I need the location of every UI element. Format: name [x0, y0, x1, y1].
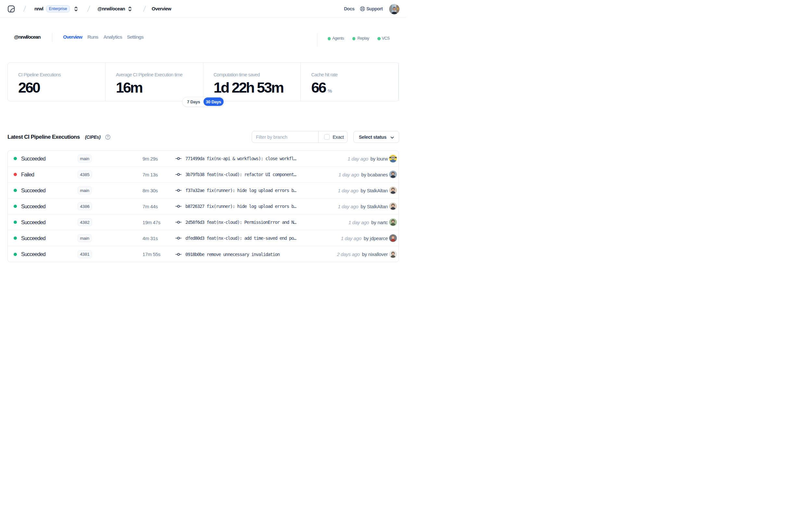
status-dot-icon	[14, 151, 17, 166]
execution-row[interactable]: Succeeded main 4m 31s dfed80d3 feat(nx-c…	[8, 230, 399, 246]
status-label: Failed	[21, 167, 34, 182]
status-dot-icon	[14, 214, 17, 230]
author-label: by bcabanes	[361, 172, 388, 177]
stat-value: 1d 22h 53m	[214, 80, 283, 95]
execution-meta: 2 days ago by nixallover	[337, 246, 388, 262]
duration-label: 8m 30s	[142, 183, 158, 198]
status-dot-icon	[14, 230, 17, 246]
commit-message[interactable]: 0918b0be remove unnecessary invalidation	[185, 246, 280, 262]
time-ago-label: 1 day ago	[349, 220, 369, 225]
stat-label: Computation time saved	[214, 72, 260, 77]
workspace-switcher-chevron-icon[interactable]	[128, 0, 132, 17]
breadcrumb-separator-icon	[87, 0, 90, 17]
duration-label: 19m 47s	[142, 214, 160, 230]
exact-checkbox[interactable]	[324, 134, 330, 140]
service-agents[interactable]: Agents	[332, 29, 344, 47]
branch-badge: 4385	[78, 167, 92, 182]
commit-message[interactable]: 771499da fix(nx-api & workflows): close …	[185, 151, 296, 166]
docs-link[interactable]: Docs	[344, 0, 354, 17]
breadcrumb-separator-icon	[143, 0, 146, 17]
range-30-days[interactable]: 30 Days	[204, 97, 224, 106]
status-select[interactable]: Select status	[353, 131, 399, 143]
execution-row[interactable]: Succeeded main 8m 30s f37a32ae fix(runne…	[8, 183, 399, 198]
percent-unit: %	[328, 84, 332, 98]
date-range-toggle: 7 Days 30 Days	[182, 97, 225, 107]
tab-settings[interactable]: Settings	[127, 28, 143, 46]
author-label: by nixallover	[362, 252, 388, 257]
user-avatar[interactable]	[389, 4, 399, 14]
status-label: Succeeded	[21, 230, 45, 246]
branch-filter-input[interactable]	[252, 132, 318, 142]
tab-runs[interactable]: Runs	[87, 28, 98, 46]
status-label: Succeeded	[21, 246, 45, 262]
git-commit-icon	[175, 214, 182, 230]
branch-badge: 4381	[78, 246, 92, 262]
duration-label: 17m 55s	[142, 246, 160, 262]
chevron-down-icon	[390, 135, 394, 141]
execution-meta: 1 day ago by jdpearce	[341, 230, 388, 246]
author-avatar[interactable]	[389, 183, 397, 198]
help-icon[interactable]	[105, 135, 110, 140]
git-commit-icon	[175, 230, 182, 246]
duration-label: 9m 29s	[142, 151, 158, 166]
stat-label: CI Pipeline Executions	[18, 72, 61, 77]
commit-message[interactable]: f37a32ae fix(runner): hide log upload er…	[185, 183, 296, 198]
exact-label: Exact	[333, 135, 344, 140]
support-link[interactable]: Support	[366, 0, 383, 17]
nx-cloud-logo-icon[interactable]	[8, 0, 15, 17]
branch-badge: main	[78, 230, 92, 246]
author-avatar[interactable]	[389, 246, 397, 262]
stat-ci-pipeline-executions: CI Pipeline Executions 260	[8, 63, 106, 101]
support-lifebuoy-icon[interactable]	[360, 0, 365, 17]
divider	[317, 33, 317, 47]
breadcrumb-org[interactable]: nrwl	[34, 0, 43, 17]
author-avatar[interactable]	[389, 230, 397, 246]
execution-meta: 1 day ago by nartc	[349, 214, 388, 230]
breadcrumb-workspace[interactable]: @nrwl/ocean	[97, 0, 125, 17]
duration-label: 4m 31s	[142, 230, 158, 246]
execution-row[interactable]: Succeeded 4381 17m 55s 0918b0be remove u…	[8, 246, 399, 262]
author-avatar[interactable]	[389, 167, 397, 182]
git-commit-icon	[175, 183, 182, 198]
execution-row[interactable]: Succeeded main 9m 29s 771499da fix(nx-ap…	[8, 151, 399, 167]
breadcrumb-separator-icon	[23, 0, 26, 17]
status-dot-icon	[14, 183, 17, 198]
commit-message[interactable]: dfed80d3 feat(nx-cloud): add time-saved …	[185, 230, 296, 246]
time-ago-label: 1 day ago	[338, 188, 358, 193]
commit-message[interactable]: 2d58f6d3 feat(nx-cloud): PermissionError…	[185, 214, 296, 230]
git-commit-icon	[175, 246, 182, 262]
branch-badge: 4386	[78, 198, 92, 214]
service-replay[interactable]: Replay	[357, 29, 369, 47]
execution-row[interactable]: Succeeded 4386 7m 44s b8726327 fix(runne…	[8, 198, 399, 214]
executions-title-suffix: (CIPEs)	[85, 135, 101, 140]
execution-row[interactable]: Failed 4385 7m 13s 3b79fb38 feat(nx-clou…	[8, 167, 399, 183]
branch-filter-group: Exact	[252, 131, 348, 143]
top-bar: nrwl Enterprise @nrwl/ocean Overview Doc…	[0, 0, 406, 18]
executions-title: Latest CI Pipeline Executions	[7, 134, 80, 140]
status-label: Succeeded	[21, 214, 45, 230]
stats-card: CI Pipeline Executions 260 Average CI Pi…	[7, 62, 399, 101]
author-label: by jdpearce	[364, 236, 388, 241]
execution-row[interactable]: Succeeded 4382 19m 47s 2d58f6d3 feat(nx-…	[8, 214, 399, 230]
author-avatar[interactable]	[389, 214, 397, 230]
time-ago-label: 1 day ago	[338, 172, 359, 177]
author-label: by nartc	[371, 220, 388, 225]
tab-analytics[interactable]: Analytics	[103, 28, 122, 46]
range-7-days[interactable]: 7 Days	[184, 97, 204, 106]
workspace-title: @nrwl/ocean	[14, 28, 40, 46]
author-label: by lourw	[371, 156, 388, 162]
stat-computation-time-saved: Computation time saved 1d 22h 53m	[203, 63, 301, 101]
tab-overview[interactable]: Overview	[63, 28, 82, 46]
stat-average-execution-time: Average CI Pipeline Execution time 16m	[106, 63, 203, 101]
org-plan-badge: Enterprise	[46, 0, 70, 17]
duration-label: 7m 44s	[142, 198, 158, 214]
executions-rows: Succeeded main 9m 29s 771499da fix(nx-ap…	[8, 151, 399, 262]
commit-message[interactable]: b8726327 fix(runner): hide log upload er…	[185, 198, 296, 214]
service-vcs[interactable]: VCS	[382, 29, 390, 47]
org-switcher-chevron-icon[interactable]	[74, 0, 78, 17]
commit-message[interactable]: 3b79fb38 feat(nx-cloud): refactor UI com…	[185, 167, 296, 182]
status-label: Succeeded	[21, 151, 45, 166]
author-avatar[interactable]	[389, 151, 397, 166]
author-avatar[interactable]	[389, 198, 397, 214]
breadcrumb-page: Overview	[152, 0, 171, 17]
